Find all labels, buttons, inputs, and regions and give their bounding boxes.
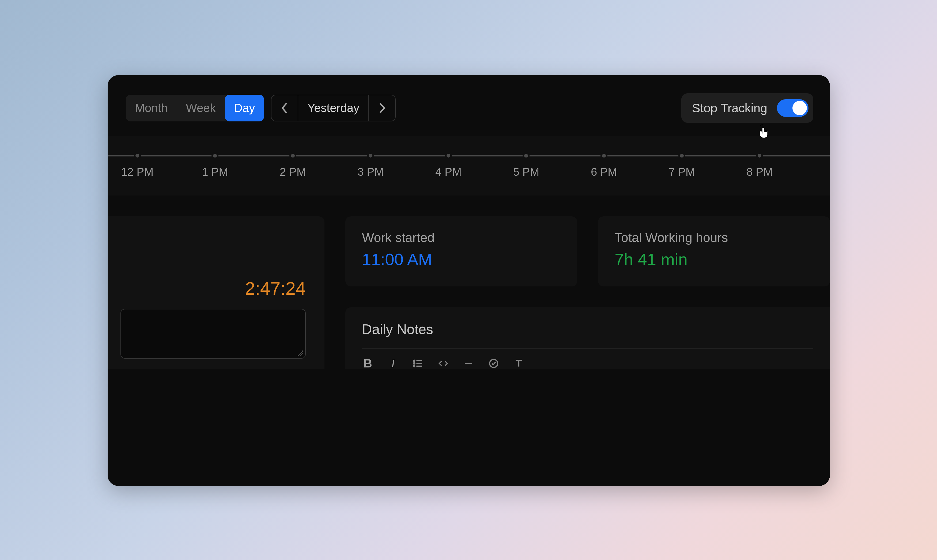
app-window: Month Week Day Yesterday Stop Tracking — [108, 75, 830, 486]
date-label[interactable]: Yesterday — [298, 95, 369, 121]
timeline-hour: 3 PM — [357, 166, 384, 178]
text-format-button[interactable] — [513, 358, 525, 369]
daily-notes-card: Daily Notes B I — [345, 307, 830, 369]
notes-toolbar: B I — [362, 348, 814, 369]
code-icon — [438, 358, 449, 369]
hr-button[interactable] — [463, 358, 474, 369]
work-started-label: Work started — [362, 230, 560, 245]
timeline-labels: 12 PM 1 PM 2 PM 3 PM 4 PM 5 PM 6 PM 7 PM… — [108, 166, 830, 180]
prev-day-button[interactable] — [272, 95, 298, 121]
timeline-dot — [600, 152, 607, 159]
timeline-hour: 4 PM — [435, 166, 462, 178]
tab-day[interactable]: Day — [225, 95, 264, 122]
timeline-dot — [445, 152, 452, 159]
list-button[interactable] — [412, 358, 424, 369]
total-hours-label: Total Working hours — [615, 230, 814, 245]
timer-value: 2:47:24 — [120, 278, 306, 299]
timeline-hour: 6 PM — [591, 166, 617, 178]
tracking-toggle[interactable] — [777, 99, 809, 117]
next-day-button[interactable] — [369, 95, 395, 121]
total-hours-card: Total Working hours 7h 41 min — [598, 216, 830, 286]
timer-card: 2:47:24 — [108, 216, 324, 369]
timeline-dot — [367, 152, 374, 159]
timeline-hour: 8 PM — [746, 166, 773, 178]
tab-month[interactable]: Month — [126, 95, 177, 122]
timeline-dot — [134, 152, 141, 159]
svg-point-2 — [414, 363, 415, 364]
list-icon — [413, 358, 423, 369]
timeline-hour: 1 PM — [202, 166, 228, 178]
timeline-hour: 5 PM — [513, 166, 539, 178]
timeline-dot — [678, 152, 685, 159]
svg-point-4 — [414, 366, 415, 367]
timeline-dot — [756, 152, 763, 159]
svg-point-0 — [414, 360, 415, 362]
chevron-left-icon — [281, 102, 288, 114]
chevron-right-icon — [378, 102, 386, 114]
work-started-value: 11:00 AM — [362, 250, 560, 269]
timeline-track[interactable] — [108, 152, 830, 159]
check-circle-icon — [488, 358, 499, 369]
italic-button[interactable]: I — [387, 358, 399, 369]
header: Month Week Day Yesterday Stop Tracking — [108, 75, 830, 123]
bold-button[interactable]: B — [362, 358, 374, 369]
work-started-card: Work started 11:00 AM — [345, 216, 577, 286]
task-description-input[interactable] — [120, 309, 306, 358]
timeline-hour: 12 PM — [121, 166, 153, 178]
timeline-panel: 12 PM 1 PM 2 PM 3 PM 4 PM 5 PM 6 PM 7 PM… — [108, 136, 830, 195]
checklist-button[interactable] — [488, 358, 500, 369]
tracking-label: Stop Tracking — [692, 101, 767, 115]
right-column: Work started 11:00 AM Total Working hour… — [345, 216, 830, 369]
content-row: 2:47:24 Work started 11:00 AM Total Work… — [108, 195, 830, 369]
code-button[interactable] — [437, 358, 449, 369]
minus-icon — [463, 358, 474, 369]
tab-week[interactable]: Week — [177, 95, 225, 122]
toggle-knob — [792, 101, 807, 115]
timeline-hour: 7 PM — [669, 166, 695, 178]
view-tabs: Month Week Day — [126, 95, 264, 122]
timeline-dot — [523, 152, 529, 159]
text-icon — [514, 358, 524, 369]
date-navigator: Yesterday — [271, 95, 396, 122]
timeline-dot — [211, 152, 218, 159]
total-hours-value: 7h 41 min — [615, 250, 814, 269]
timeline-hour: 2 PM — [280, 166, 306, 178]
tracking-control: Stop Tracking — [681, 93, 814, 123]
daily-notes-title: Daily Notes — [362, 321, 814, 337]
stat-row: Work started 11:00 AM Total Working hour… — [345, 216, 830, 286]
timeline-dot — [289, 152, 296, 159]
